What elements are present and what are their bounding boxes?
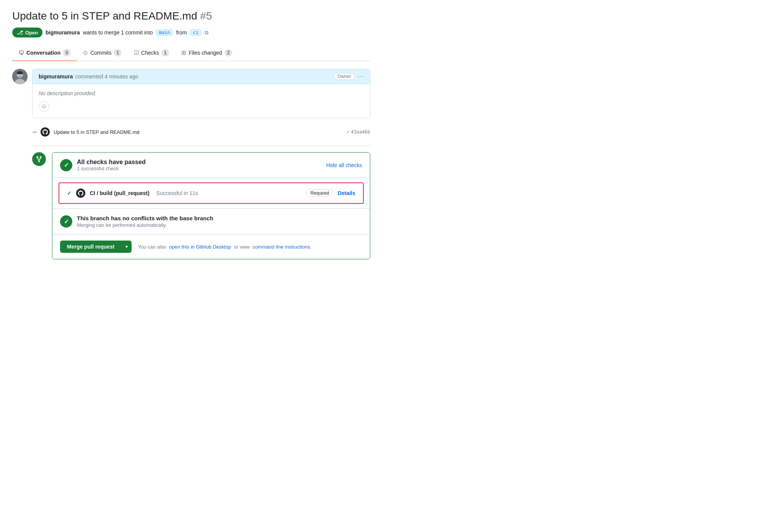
git-branch-icon: ⎇: [17, 29, 23, 36]
commits-icon: ⊙: [83, 49, 88, 56]
conversation-icon: 🗨: [18, 50, 24, 56]
comment-body: No description provided. ☺: [33, 84, 370, 118]
no-conflicts-icon: ✓: [60, 215, 72, 228]
open-badge: ⎇ Open: [12, 28, 42, 37]
comment-header: bigmuramura commented 4 minutes ago Owne…: [33, 69, 370, 84]
commit-github-icon: [41, 127, 50, 137]
no-conflicts-row: ✓ This branch has no conflicts with the …: [52, 208, 370, 234]
all-checks-passed-icon: ✓: [60, 159, 72, 171]
merge-dropdown-button[interactable]: ▾: [121, 241, 132, 253]
checks-title: All checks have passed: [77, 159, 146, 166]
ci-check-name: CI / build (pull_request): [90, 190, 150, 196]
pr-meta-row: ⎇ Open bigmuramura wants to merge 1 comm…: [12, 28, 370, 37]
checks-header: ✓ All checks have passed 1 successful ch…: [52, 153, 370, 178]
command-line-instructions-link[interactable]: command line instructions: [252, 244, 310, 250]
more-options-button[interactable]: ···: [358, 73, 364, 80]
pr-right-content: bigmuramura commented 4 minutes ago Owne…: [32, 69, 370, 259]
tab-commits-count: 1: [114, 49, 122, 57]
checks-title-block: All checks have passed 1 successful chec…: [77, 159, 146, 171]
tab-conversation-count: 0: [63, 49, 71, 57]
comment-time: commented 4 minutes ago: [75, 73, 138, 80]
tab-commits[interactable]: ⊙ Commits 1: [77, 45, 128, 61]
tab-conversation-label: Conversation: [26, 50, 60, 56]
details-link[interactable]: Details: [338, 190, 355, 196]
merge-row: Merge pull request ▾ You can also open t…: [52, 234, 370, 259]
comment-author[interactable]: bigmuramura: [39, 73, 73, 80]
emoji-button[interactable]: ☺: [39, 101, 49, 112]
tab-commits-label: Commits: [90, 50, 111, 56]
tab-checks-label: Checks: [141, 50, 159, 56]
section-divider: [32, 146, 370, 146]
merge-description: wants to merge 1 commit into: [83, 29, 153, 36]
copy-icon[interactable]: ⧉: [205, 29, 208, 36]
no-conflicts-title: This branch has no conflicts with the ba…: [77, 215, 213, 221]
tab-checks[interactable]: ☑ Checks 1: [128, 45, 175, 61]
from-text: from: [176, 29, 187, 36]
merge-button-group: Merge pull request ▾: [60, 241, 132, 253]
commit-check-icon: ✓: [347, 129, 349, 135]
ci-github-icon: [76, 189, 85, 198]
tab-checks-count: 1: [161, 49, 169, 57]
conversation-area: bigmuramura commented 4 minutes ago Owne…: [12, 69, 370, 259]
period: .: [310, 244, 312, 250]
status-label: Open: [25, 30, 38, 36]
ci-check-icon: ✓: [67, 190, 72, 196]
head-branch-tag[interactable]: ci: [190, 29, 201, 36]
git-merge-icon: [32, 152, 46, 166]
checks-section: ✓ All checks have passed 1 successful ch…: [52, 152, 370, 259]
commit-hash-value[interactable]: 43aa4bb: [351, 129, 370, 135]
comment-header-left: bigmuramura commented 4 minutes ago: [39, 73, 138, 80]
tab-files-changed[interactable]: ⊞ Files changed 2: [175, 45, 238, 61]
open-github-desktop-link[interactable]: open this in GitHub Desktop: [169, 244, 231, 250]
commit-dot-icon: ⊸: [32, 129, 37, 135]
checks-header-left: ✓ All checks have passed 1 successful ch…: [60, 159, 146, 171]
commit-row: ⊸ Update to 5 in STEP and README.md ✓ 43…: [32, 124, 370, 140]
checks-subtitle: 1 successful check: [77, 166, 146, 171]
ci-check-row: ✓ CI / build (pull_request) Successful i…: [59, 182, 364, 204]
pr-number: #5: [200, 10, 212, 22]
pr-tabs: 🗨 Conversation 0 ⊙ Commits 1 ☑ Checks 1 …: [12, 45, 370, 61]
merge-also-label: You can also: [138, 244, 166, 250]
checks-icon: ☑: [134, 49, 139, 56]
sidebar-merge-icon-wrapper: [32, 152, 47, 166]
commit-hash: ✓ 43aa4bb: [347, 129, 370, 135]
comment-description: No description provided.: [39, 90, 364, 96]
avatar: [12, 69, 28, 84]
files-changed-icon: ⊞: [181, 49, 186, 56]
pr-author: bigmuramura: [46, 29, 80, 36]
checks-area: ✓ All checks have passed 1 successful ch…: [32, 152, 370, 259]
pr-title-text: Update to 5 in STEP and README.md: [12, 10, 197, 22]
tab-files-changed-count: 2: [225, 49, 233, 57]
commit-message[interactable]: Update to 5 in STEP and README.md: [54, 129, 343, 135]
pr-title: Update to 5 in STEP and README.md #5: [12, 9, 370, 23]
owner-badge: Owner: [334, 73, 354, 80]
tab-conversation[interactable]: 🗨 Conversation 0: [12, 45, 77, 61]
ci-check-status: Successful in 11s: [156, 190, 198, 196]
no-conflicts-subtitle: Merging can be performed automatically.: [77, 222, 213, 228]
base-branch-tag[interactable]: main: [156, 29, 173, 36]
hide-all-checks-button[interactable]: Hide all checks: [326, 162, 362, 168]
comment-box: bigmuramura commented 4 minutes ago Owne…: [32, 69, 370, 118]
tab-files-changed-label: Files changed: [189, 50, 222, 56]
merge-view-text: or view: [234, 244, 250, 250]
comment-header-right: Owner ···: [334, 73, 364, 80]
merge-also-text: You can also open this in GitHub Desktop…: [138, 244, 311, 250]
merge-pull-request-button[interactable]: Merge pull request: [60, 241, 121, 253]
no-conflicts-text: This branch has no conflicts with the ba…: [77, 215, 213, 228]
required-badge: Required: [306, 189, 333, 197]
